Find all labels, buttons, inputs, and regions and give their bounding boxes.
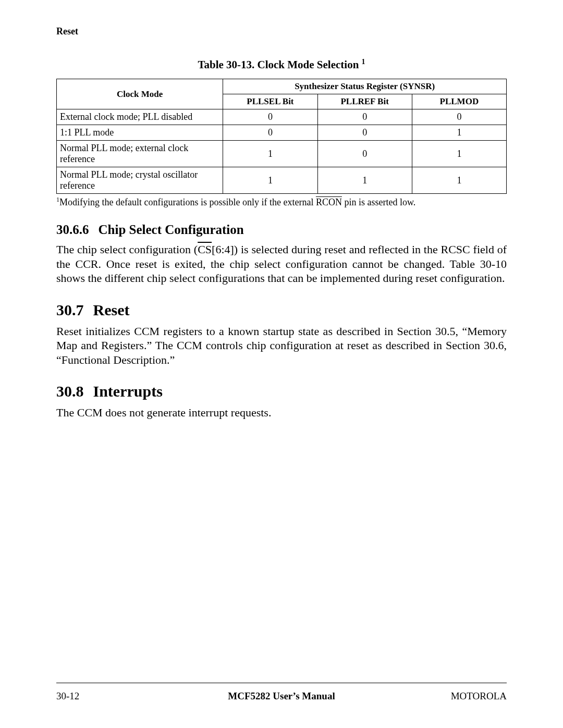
heading-title: Reset: [93, 301, 130, 318]
cell-pllmod: 1: [412, 141, 506, 167]
cell-pllref: 0: [317, 109, 412, 125]
table-row: Normal PLL mode; external clock referenc…: [57, 141, 507, 167]
footer-rule: [56, 683, 507, 683]
heading-title: Interrupts: [93, 382, 163, 400]
cell-pllref: 1: [317, 167, 412, 194]
page-footer: 30-12 MCF5282 User’s Manual MOTOROLA: [56, 690, 507, 702]
col-pllsel: PLLSEL Bit: [223, 94, 317, 109]
footnote-overline: RCON: [316, 197, 342, 207]
heading-30-7: 30.7Reset: [56, 301, 507, 319]
heading-number: 30.8: [56, 382, 84, 400]
table-caption: Table 30-13. Clock Mode Selection 1: [56, 58, 507, 71]
table-caption-sup: 1: [362, 58, 365, 66]
col-pllref: PLLREF Bit: [317, 94, 412, 109]
cell-mode: External clock mode; PLL disabled: [57, 109, 223, 125]
heading-30-8: 30.8Interrupts: [56, 382, 507, 400]
page: Reset Table 30-13. Clock Mode Selection …: [0, 0, 563, 728]
cell-mode: 1:1 PLL mode: [57, 125, 223, 141]
cell-pllmod: 0: [412, 109, 506, 125]
cell-pllref: 0: [317, 125, 412, 141]
para-30-8: The CCM does not generate interrupt requ…: [56, 405, 507, 420]
footer-manual-title: MCF5282 User’s Manual: [56, 690, 507, 702]
running-header: Reset: [56, 26, 507, 37]
cell-pllmod: 1: [412, 167, 506, 194]
col-synsr-group: Synthesizer Status Register (SYNSR): [223, 79, 507, 94]
para-30-6-6: The chip select configuration (CS[6:4]) …: [56, 242, 507, 286]
table-row: External clock mode; PLL disabled 0 0 0: [57, 109, 507, 125]
clock-mode-table: Clock Mode Synthesizer Status Register (…: [56, 79, 507, 194]
table-caption-text: Table 30-13. Clock Mode Selection: [198, 58, 361, 71]
table-row: 1:1 PLL mode 0 0 1: [57, 125, 507, 141]
heading-30-6-6: 30.6.6Chip Select Configuration: [56, 223, 507, 237]
cell-pllsel: 0: [223, 125, 317, 141]
cell-pllsel: 1: [223, 141, 317, 167]
table-header-row-1: Clock Mode Synthesizer Status Register (…: [57, 79, 507, 94]
cell-pllref: 0: [317, 141, 412, 167]
para-overline: CS: [198, 243, 212, 256]
col-clock-mode: Clock Mode: [57, 79, 223, 109]
cell-mode: Normal PLL mode; crystal oscillator refe…: [57, 167, 223, 194]
cell-pllsel: 1: [223, 167, 317, 194]
para-30-7: Reset initializes CCM registers to a kno…: [56, 324, 507, 367]
heading-number: 30.6.6: [56, 223, 89, 237]
footnote-after: pin is asserted low.: [342, 197, 415, 207]
table-row: Normal PLL mode; crystal oscillator refe…: [57, 167, 507, 194]
cell-pllmod: 1: [412, 125, 506, 141]
cell-pllsel: 0: [223, 109, 317, 125]
cell-mode: Normal PLL mode; external clock referenc…: [57, 141, 223, 167]
table-footnote: 1Modifying the default configurations is…: [56, 196, 507, 208]
col-pllmod: PLLMOD: [412, 94, 506, 109]
heading-number: 30.7: [56, 301, 84, 319]
footnote-before: Modifying the default configurations is …: [59, 197, 316, 207]
heading-title: Chip Select Configuration: [99, 223, 244, 237]
para-text-before: The chip select configuration (: [56, 243, 198, 256]
